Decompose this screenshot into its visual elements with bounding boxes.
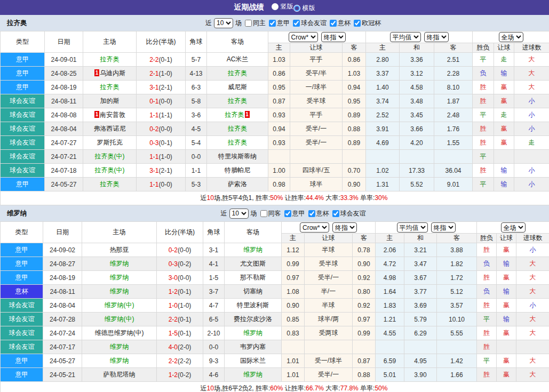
select-group-cell: 平均值终指 (376, 222, 477, 234)
result-outcome: 平 (473, 178, 494, 191)
sub-column-header: 胜负 (477, 234, 497, 243)
summary-segment: 让胜率: (283, 385, 306, 392)
avg-home-odds: 2.52 (366, 108, 400, 122)
team-name-text: 威尼斯 (228, 83, 247, 91)
bookmaker-stage-select[interactable]: 终指 (321, 32, 346, 42)
team-name: 拉齐奥 (7, 19, 27, 28)
team-name-text: 韦罗内塞 (240, 343, 266, 350)
average-select[interactable]: 平均值 (397, 222, 428, 233)
crow-handicap: 平手 (290, 108, 343, 122)
match-type-badge: 球会友谊 (1, 164, 45, 178)
full-time-score: 2-2 (149, 56, 158, 63)
full-time-score: 0-1 (149, 98, 158, 105)
crow-home-odds: 0.87 (268, 94, 290, 108)
summary-cell: 近10场,胜5平4负1, 胜率:50% 让胜率:44.4% 大率:33.3% 单… (1, 191, 549, 205)
filter-games-label: 场 (251, 209, 257, 218)
result-outcome: 胜 (473, 122, 494, 136)
home-team-cell: 维罗纳 (82, 340, 157, 354)
red-card-badge: 1 (245, 111, 250, 118)
crow-home-odds: 0.85 (282, 313, 305, 326)
average-stage-select[interactable]: 终指 (424, 32, 449, 42)
table-row: 球会友谊24-08-04弗洛西诺尼0-2(0-0)4-5拉齐奥0.94受半/一0… (1, 122, 549, 136)
full-time-score: 3-0 (169, 274, 178, 282)
crow-handicap: 球半/两 (305, 313, 353, 326)
bookmaker-select[interactable]: Crow* (300, 222, 329, 233)
avg-draw-odds: 5.52 (400, 178, 434, 191)
home-team-cell: 维罗纳 (82, 257, 157, 271)
column-header: 类型 (1, 31, 45, 53)
same-venue-checkbox[interactable] (260, 210, 267, 217)
away-team-cell: 费拉尔皮沙洛 (225, 313, 282, 326)
corners-cell: 1-5 (203, 271, 225, 285)
filter-near-label: 近 (205, 19, 212, 28)
average-select[interactable]: 平均值 (390, 32, 421, 42)
avg-away-odds: 1.76 (434, 122, 473, 136)
sections-container: 拉齐奥近10场同主意甲球会友谊意杯欧冠杯类型日期主场比分(半场)角球客场Crow… (0, 15, 549, 392)
radio-horizontal-layout[interactable]: 横版 (293, 4, 315, 13)
team-name-text: 乌迪内斯 (100, 69, 125, 77)
corners-cell: 3-1 (203, 243, 225, 257)
result-handicap: 赢 (497, 326, 516, 340)
league-checkbox[interactable] (284, 210, 291, 217)
avg-away-odds: 5.55 (437, 326, 477, 340)
table-body: 意甲24-09-01拉齐奥2-2(0-1)5-7AC米兰1.03平手0.862.… (1, 53, 549, 191)
crow-away-odds: 0.80 (353, 285, 376, 299)
avg-draw-odds: 3.45 (400, 108, 434, 122)
matches-table: 类型日期主场比分(半场)角球客场Crow*终指平均值终指全场主让球客主和客胜负让… (0, 31, 549, 205)
match-count-select[interactable]: 10 (229, 209, 249, 219)
full-time-score: 4-0 (169, 343, 178, 351)
home-team-cell: 维罗纳(中) (82, 299, 157, 313)
away-team-cell: 威尼斯 (207, 81, 268, 94)
result-outcome: 平 (473, 150, 494, 164)
table-row: 意甲24-05-21萨勒尼塔纳1-2(0-2)4-6维罗纳1.01受半/一0.8… (1, 368, 549, 382)
result-handicap: 输 (494, 178, 514, 191)
scope-select[interactable]: 全场 (499, 32, 523, 42)
home-team-cell: 拉齐奥 (83, 81, 137, 94)
full-time-score: 3-1 (149, 84, 158, 91)
result-goals: 大 (514, 67, 549, 81)
full-time-score: 1-1 (149, 181, 158, 188)
average-stage-select[interactable]: 终指 (431, 222, 456, 233)
full-time-score: 1-2 (169, 371, 178, 379)
avg-draw-odds: 17.33 (400, 164, 434, 178)
match-count-select[interactable]: 10 (214, 18, 233, 28)
radio-vertical-layout[interactable]: 竖版 (272, 2, 293, 11)
league-checkbox[interactable] (354, 20, 361, 27)
half-time-score: (1-0) (159, 70, 172, 77)
league-checkbox[interactable] (308, 210, 315, 217)
full-time-score: 1-5 (169, 330, 178, 337)
table-row: 意甲24-05-27维罗纳2-2(2-2)9-3国际米兰1.01受一/球半0.8… (1, 354, 549, 368)
same-venue-checkbox[interactable] (245, 20, 252, 27)
crow-home-odds: 1.00 (268, 164, 290, 178)
league-checkbox[interactable] (269, 20, 276, 27)
page: 近期战绩 竖版横版 拉齐奥近10场同主意甲球会友谊意杯欧冠杯类型日期主场比分(半… (0, 0, 549, 392)
crow-home-odds: 1.01 (282, 368, 305, 382)
half-time-score: (1-0) (178, 302, 191, 309)
away-team-cell: 那不勒斯 (225, 271, 282, 285)
match-type-badge: 球会友谊 (1, 108, 45, 122)
table-row: 球会友谊24-07-28维罗纳(中)2-2(0-1)6-5费拉尔皮沙洛0.85球… (1, 313, 549, 326)
team-name-text: 维罗纳 (110, 287, 129, 295)
bookmaker-select[interactable]: Crow* (289, 32, 318, 42)
scope-select[interactable]: 全场 (501, 222, 526, 233)
crow-handicap: 受半/一 (305, 368, 353, 382)
avg-away-odds: 36.04 (434, 164, 473, 178)
match-type-badge: 意杯 (1, 285, 43, 299)
league-checkbox[interactable] (330, 20, 337, 27)
bookmaker-stage-select[interactable]: 终指 (332, 222, 357, 233)
team-name: 维罗纳 (7, 209, 27, 218)
league-checkbox[interactable] (293, 20, 300, 27)
summary-segment: 近 (201, 194, 207, 202)
score-cell: 1-1(0-0) (137, 178, 186, 191)
match-type-badge: 球会友谊 (1, 150, 45, 164)
home-team-cell: 拉齐奥 (83, 178, 137, 191)
crow-away-odds: 0.88 (343, 122, 366, 136)
column-header: 角球 (186, 31, 207, 53)
score-cell: 2-1(1-0) (137, 67, 186, 81)
avg-draw-odds: 3.77 (404, 285, 437, 299)
avg-draw-odds: 3.48 (400, 94, 434, 108)
league-checkbox[interactable] (332, 210, 339, 217)
match-date: 24-08-04 (43, 299, 82, 313)
half-time-score: (0-0) (178, 274, 191, 282)
radio-label: 竖版 (281, 2, 293, 11)
